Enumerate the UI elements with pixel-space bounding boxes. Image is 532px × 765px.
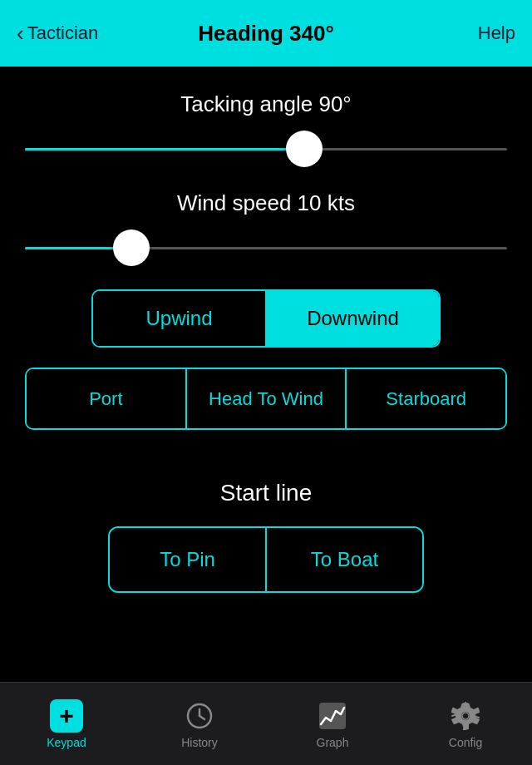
tab-graph[interactable]: Graph bbox=[266, 683, 399, 765]
tacking-fill bbox=[25, 148, 304, 151]
back-label: Tactician bbox=[27, 22, 99, 44]
wind-track bbox=[25, 247, 507, 249]
start-line-label: Start line bbox=[220, 480, 313, 506]
history-icon bbox=[183, 699, 216, 733]
to-boat-button[interactable]: To Boat bbox=[267, 528, 422, 591]
page-title: Heading 340° bbox=[198, 21, 334, 47]
tab-history[interactable]: History bbox=[133, 683, 266, 765]
tacking-angle-label: Tacking angle 90° bbox=[180, 91, 352, 117]
tab-config[interactable]: Config bbox=[399, 683, 532, 765]
plus-icon: + bbox=[59, 703, 74, 728]
start-line-group: To Pin To Boat bbox=[108, 526, 424, 593]
header: ‹ Tactician Heading 340° Help bbox=[0, 0, 532, 67]
back-button[interactable]: ‹ Tactician bbox=[17, 21, 98, 47]
wind-thumb[interactable] bbox=[113, 230, 150, 266]
svg-line-2 bbox=[200, 716, 204, 719]
tab-bar: + Keypad History Graph bbox=[0, 682, 532, 765]
keypad-icon-bg: + bbox=[50, 699, 83, 733]
wind-mode-toggle: Upwind Downwind bbox=[91, 289, 441, 348]
config-icon bbox=[449, 699, 482, 733]
port-button[interactable]: Port bbox=[27, 369, 185, 428]
keypad-icon: + bbox=[50, 699, 83, 733]
chevron-left-icon: ‹ bbox=[17, 21, 24, 47]
to-pin-button[interactable]: To Pin bbox=[110, 528, 265, 591]
graph-icon bbox=[316, 699, 349, 733]
tacking-thumb[interactable] bbox=[286, 131, 323, 167]
upwind-button[interactable]: Upwind bbox=[93, 291, 265, 346]
tab-keypad[interactable]: + Keypad bbox=[0, 683, 133, 765]
starboard-button[interactable]: Starboard bbox=[347, 369, 505, 428]
keypad-label: Keypad bbox=[47, 736, 86, 749]
head-to-wind-button[interactable]: Head To Wind bbox=[187, 369, 346, 428]
direction-group: Port Head To Wind Starboard bbox=[25, 368, 507, 430]
config-label: Config bbox=[449, 736, 482, 749]
main-content: Tacking angle 90° Wind speed 10 kts Upwi… bbox=[0, 67, 532, 698]
wind-speed-slider[interactable] bbox=[25, 231, 507, 264]
history-label: History bbox=[181, 736, 218, 749]
wind-speed-label: Wind speed 10 kts bbox=[177, 190, 355, 216]
help-button[interactable]: Help bbox=[478, 22, 515, 44]
downwind-button[interactable]: Downwind bbox=[267, 291, 439, 346]
graph-label: Graph bbox=[317, 736, 349, 749]
tacking-angle-slider[interactable] bbox=[25, 132, 507, 165]
tacking-track bbox=[25, 148, 507, 151]
